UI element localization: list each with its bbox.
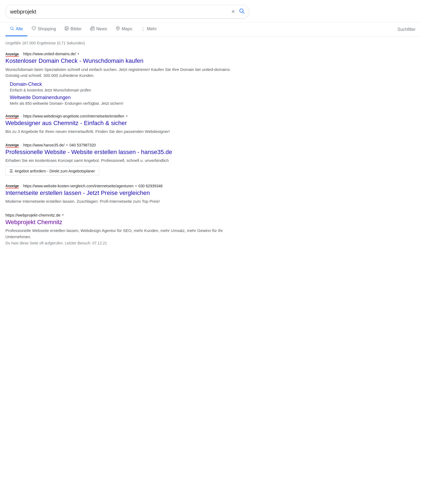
result-org1-url-line: https://webprojekt-chemnitz.de ▾ [5,213,238,217]
result-dot-4: · [21,184,22,188]
result-dot-1: · [21,52,22,56]
svg-point-5 [66,28,66,28]
anzeige-badge-2: Anzeige [5,114,19,118]
svg-line-3 [13,29,14,30]
tab-alle-label: Alle [16,27,23,31]
result-ad1-sublinks: Domain-Check Einfach & kostenlos Jetzt W… [5,81,238,106]
tab-news[interactable]: News [86,22,111,36]
main-content: Ungefähr 167.000 Ergebnisse (0,71 Sekund… [0,37,244,258]
result-ad1-snippet: Wunschdomain beim Spezialisten schnell u… [5,67,238,79]
result-ad4-phone: 030 62939346 [138,184,163,188]
result-dot-3: · [21,143,22,147]
result-org1-title[interactable]: Webprojekt Chemnitz [5,218,238,226]
anzeige-badge-4: Anzeige [5,184,19,188]
bilder-icon [64,26,69,32]
search-input[interactable]: webprojekt [10,9,231,15]
mehr-icon: ⋮ [141,27,145,32]
result-ad4-title[interactable]: Internetseite erstellen lassen - Jetzt P… [5,189,238,197]
result-ad3-snippet: Erhalten Sie ein kostenloses Konzept sam… [5,158,238,164]
result-ad1-title[interactable]: Kostenloser Domain Check - Wunschdomain … [5,57,238,65]
sub-link-domain-check-desc: Einfach & kostenlos Jetzt Wunschdomain p… [10,88,91,92]
search-bar-container: webprojekt × [0,0,421,22]
result-ad3-phone: 040 537987320 [69,143,96,147]
svg-point-9 [117,28,118,29]
result-ad2-title[interactable]: Webdesigner aus Chemnitz - Einfach & sic… [5,119,238,127]
tab-mehr-label: Mehr [147,27,157,31]
tab-mehr[interactable]: ⋮ Mehr [137,23,161,36]
result-ad1-url-line: Anzeige · https://www.united-domains.de/… [5,52,238,56]
result-org1: https://webprojekt-chemnitz.de ▾ Webproj… [5,213,238,246]
maps-icon [116,26,120,32]
tab-maps-label: Maps [122,27,132,31]
result-ad3-title[interactable]: Professionelle Website - Website erstell… [5,148,238,156]
result-org1-snippet: Professionelle Webseite erstellen lassen… [5,228,238,240]
alle-icon [10,26,14,32]
result-ad3: Anzeige · https://www.hanse35.de/ ▾ 040 … [5,143,238,176]
result-ad3-url: https://www.hanse35.de/ [23,143,65,147]
sub-link-item-1: Domain-Check Einfach & kostenlos Jetzt W… [10,81,238,93]
sub-link-domainendungen[interactable]: Weltweite Domainendungen [10,95,238,100]
result-ad2-url: https://www.webdesign-angebote.com/inter… [23,114,124,118]
result-org1-url: https://webprojekt-chemnitz.de [5,213,60,217]
result-ad4-dropdown[interactable]: ▾ [135,184,137,188]
tab-shopping-label: Shopping [38,27,56,31]
angebot-button[interactable]: ☰ Angebot anfordern - Direkt zum Angebot… [5,166,99,176]
result-ad1-url: https://www.united-domains.de/ [23,52,76,56]
result-ad4-snippet: Moderne Internetseite erstellen lassen. … [5,198,238,205]
tab-maps[interactable]: Maps [111,22,137,36]
search-bar: webprojekt × [5,5,249,18]
result-ad4-url-line: Anzeige · https://www.website-kosten-ver… [5,184,238,188]
shopping-icon [32,26,36,32]
sub-link-domain-check[interactable]: Domain-Check [10,81,238,87]
result-ad2-url-line: Anzeige · https://www.webdesign-angebote… [5,114,238,118]
angebot-label: Angebot anfordern - Direkt zum Angebotsp… [15,169,95,173]
tab-bilder-label: Bilder [70,27,82,31]
clear-button[interactable]: × [231,9,235,15]
result-ad4: Anzeige · https://www.website-kosten-ver… [5,184,238,205]
result-ad4-url: https://www.website-kosten-vergleich.com… [23,184,134,188]
result-dot-2: · [21,114,22,118]
suchfilter-button[interactable]: Suchfilter [397,23,416,36]
sub-link-item-2: Weltweite Domainendungen Mehr als 850 we… [10,95,238,106]
sub-link-domainendungen-desc: Mehr als 850 weltweite Domain- Endungen … [10,101,123,106]
result-org1-last-visit: Du hast diese Seite oft aufgerufen. Letz… [5,241,238,245]
angebot-icon: ☰ [9,169,13,173]
tab-shopping[interactable]: Shopping [27,22,60,36]
result-ad1: Anzeige · https://www.united-domains.de/… [5,52,238,106]
result-ad3-dropdown[interactable]: ▾ [66,143,68,147]
result-ad3-url-line: Anzeige · https://www.hanse35.de/ ▾ 040 … [5,143,238,147]
anzeige-badge-3: Anzeige [5,143,19,147]
result-ad1-dropdown[interactable]: ▾ [77,52,79,56]
nav-tabs: Alle Shopping Bilder News [0,22,421,37]
anzeige-badge-1: Anzeige [5,52,19,56]
svg-line-1 [243,12,244,13]
tab-news-label: News [96,27,107,31]
results-count: Ungefähr 167.000 Ergebnisse (0,71 Sekund… [5,41,238,45]
tab-alle[interactable]: Alle [5,22,27,36]
result-ad2-dropdown[interactable]: ▾ [126,114,128,118]
search-button[interactable] [239,8,245,15]
result-ad2: Anzeige · https://www.webdesign-angebote… [5,114,238,135]
news-icon [90,26,95,32]
result-ad2-snippet: Bis zu 3 Angebote für Ihren neuen Intern… [5,129,238,135]
result-org1-dropdown[interactable]: ▾ [62,213,64,217]
tab-bilder[interactable]: Bilder [60,22,86,36]
